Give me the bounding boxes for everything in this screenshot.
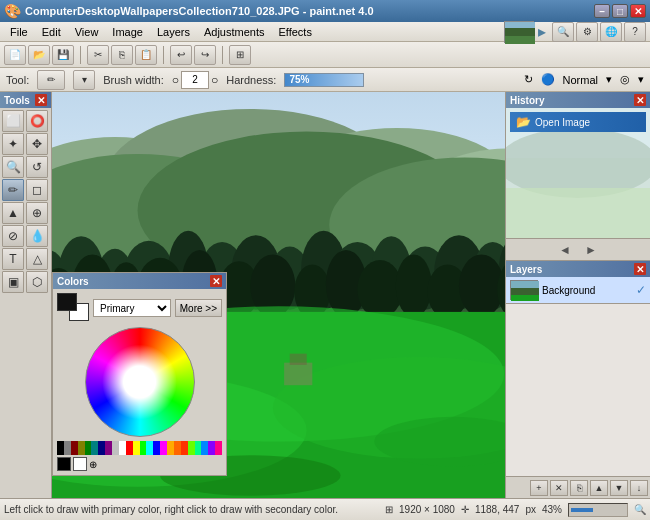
toolbar-icon-3[interactable]: 🌐 [600, 22, 622, 42]
palette-color-4[interactable] [85, 441, 92, 455]
blend-mode-dropdown[interactable]: ▾ [606, 73, 612, 86]
tool-rectangle-select[interactable]: ⬜ [2, 110, 24, 132]
palette-color-11[interactable] [133, 441, 140, 455]
palette-color-15[interactable] [160, 441, 167, 455]
active-tool-icon[interactable]: ✏ [37, 70, 65, 90]
minimize-button[interactable]: – [594, 4, 610, 18]
layer-merge-button[interactable]: ↓ [630, 480, 648, 496]
close-button[interactable]: ✕ [630, 4, 646, 18]
grid-button[interactable]: ⊞ [229, 45, 251, 65]
palette-color-7[interactable] [105, 441, 112, 455]
color-mode-select[interactable]: Primary [93, 299, 171, 317]
palette-color-1[interactable] [64, 441, 71, 455]
history-panel-close[interactable]: ✕ [634, 94, 646, 106]
tool-brush[interactable]: ✏ [2, 179, 24, 201]
layer-move-up-button[interactable]: ▲ [590, 480, 608, 496]
palette-color-2[interactable] [71, 441, 78, 455]
colors-panel-close[interactable]: ✕ [210, 275, 222, 287]
layer-item-background[interactable]: Background ✓ [506, 277, 650, 304]
layer-add-button[interactable]: + [530, 480, 548, 496]
svg-rect-56 [511, 295, 539, 301]
menu-effects[interactable]: Effects [273, 24, 318, 40]
zoom-slider[interactable] [568, 503, 628, 517]
palette-color-22[interactable] [208, 441, 215, 455]
menu-edit[interactable]: Edit [36, 24, 67, 40]
save-button[interactable]: 💾 [52, 45, 74, 65]
hardness-bar[interactable]: 75% [284, 73, 364, 87]
menu-image[interactable]: Image [106, 24, 149, 40]
palette-color-18[interactable] [181, 441, 188, 455]
blend-icon: ↻ [524, 73, 533, 86]
foreground-color-swatch[interactable] [57, 293, 77, 311]
palette-color-3[interactable] [78, 441, 85, 455]
tool-dropdown[interactable]: ▾ [73, 70, 95, 90]
redo-button[interactable]: ↪ [194, 45, 216, 65]
palette-color-0[interactable] [57, 441, 64, 455]
copy-button[interactable]: ⎘ [111, 45, 133, 65]
tool-zoom[interactable]: 🔍 [2, 156, 24, 178]
svg-point-36 [357, 260, 402, 319]
tool-gradient[interactable]: ▣ [2, 271, 24, 293]
palette-color-20[interactable] [195, 441, 202, 455]
svg-point-39 [459, 254, 504, 317]
layer-move-down-button[interactable]: ▼ [610, 480, 628, 496]
swatch-black[interactable] [57, 457, 71, 471]
new-button[interactable]: 📄 [4, 45, 26, 65]
palette-color-8[interactable] [112, 441, 119, 455]
palette-color-6[interactable] [98, 441, 105, 455]
tool-magic-wand[interactable]: ✦ [2, 133, 24, 155]
paste-button[interactable]: 📋 [135, 45, 157, 65]
layer-duplicate-button[interactable]: ⎘ [570, 480, 588, 496]
open-button[interactable]: 📂 [28, 45, 50, 65]
palette-color-13[interactable] [146, 441, 153, 455]
tool-lasso[interactable]: ⭕ [26, 110, 48, 132]
swatch-more[interactable]: ⊕ [89, 459, 97, 470]
tool-selection[interactable]: ⬡ [26, 271, 48, 293]
tools-panel-close[interactable]: ✕ [35, 94, 47, 106]
history-back-button[interactable]: ◄ [555, 243, 575, 257]
palette-color-9[interactable] [119, 441, 126, 455]
color-wheel[interactable] [85, 327, 195, 437]
palette-color-16[interactable] [167, 441, 174, 455]
tool-recolor[interactable]: ⊘ [2, 225, 24, 247]
zoom-in-icon[interactable]: 🔍 [634, 504, 646, 515]
swatch-white[interactable] [73, 457, 87, 471]
layer-visibility-check[interactable]: ✓ [636, 283, 646, 297]
tool-move[interactable]: ✥ [26, 133, 48, 155]
tool-rotate[interactable]: ↺ [26, 156, 48, 178]
menu-file[interactable]: File [4, 24, 34, 40]
tool-clone[interactable]: ⊕ [26, 202, 48, 224]
more-button[interactable]: More >> [175, 299, 222, 317]
view-buttons: ⊞ [229, 45, 251, 65]
tool-text[interactable]: T [2, 248, 24, 270]
palette-color-5[interactable] [91, 441, 98, 455]
palette-color-12[interactable] [140, 441, 147, 455]
palette-color-19[interactable] [188, 441, 195, 455]
tool-paint-bucket[interactable]: ▲ [2, 202, 24, 224]
maximize-button[interactable]: □ [612, 4, 628, 18]
tool-shapes[interactable]: △ [26, 248, 48, 270]
palette-color-10[interactable] [126, 441, 133, 455]
history-forward-button[interactable]: ► [581, 243, 601, 257]
layer-delete-button[interactable]: ✕ [550, 480, 568, 496]
palette-color-21[interactable] [201, 441, 208, 455]
toolbar-icon-2[interactable]: ⚙ [576, 22, 598, 42]
history-item-open-image[interactable]: 📂 Open Image [510, 112, 646, 132]
cut-button[interactable]: ✂ [87, 45, 109, 65]
extra-dropdown[interactable]: ▾ [638, 73, 644, 86]
tool-eraser[interactable]: ◻ [26, 179, 48, 201]
toolbar-icon-1[interactable]: 🔍 [552, 22, 574, 42]
tool-eyedropper[interactable]: 💧 [26, 225, 48, 247]
palette-color-17[interactable] [174, 441, 181, 455]
toolbar-icon-4[interactable]: ? [624, 22, 646, 42]
palette-color-14[interactable] [153, 441, 160, 455]
palette-color-23[interactable] [215, 441, 222, 455]
nav-arrow[interactable]: ▸ [538, 22, 546, 41]
menu-adjustments[interactable]: Adjustments [198, 24, 271, 40]
menu-layers[interactable]: Layers [151, 24, 196, 40]
undo-button[interactable]: ↩ [170, 45, 192, 65]
layers-panel-close[interactable]: ✕ [634, 263, 646, 275]
menu-view[interactable]: View [69, 24, 105, 40]
tool-label: Tool: [6, 74, 29, 86]
brush-width-input[interactable] [181, 71, 209, 89]
